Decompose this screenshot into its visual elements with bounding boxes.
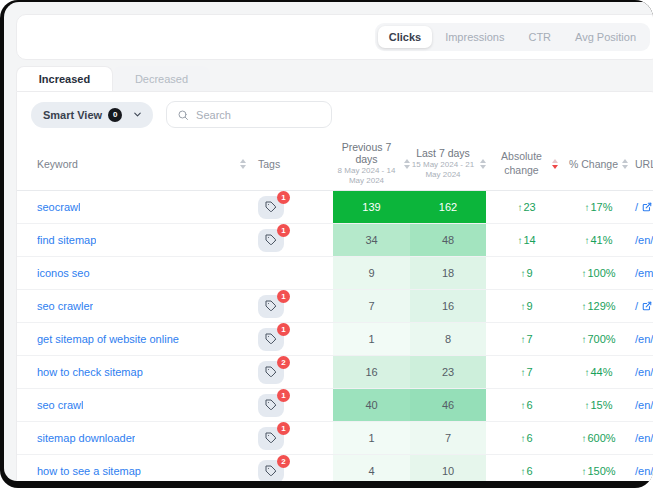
absolute-change-value: 23	[523, 201, 535, 213]
url-cell: /em	[630, 257, 653, 289]
absolute-change-value: 7	[526, 333, 532, 345]
change-tabs: Increased Decreased	[16, 66, 210, 91]
tag-chip[interactable]: 1	[258, 328, 284, 351]
tag-chip[interactable]: 1	[258, 295, 284, 318]
top-toolbar: ClicksImpressionsCTRAvg Position	[16, 14, 653, 60]
url-link[interactable]: /en/	[635, 234, 653, 246]
tags-cell: 2	[254, 356, 333, 388]
external-link-icon[interactable]	[642, 301, 652, 311]
keyword-link[interactable]: get sitemap of website online	[37, 333, 179, 345]
tag-count-badge: 1	[277, 422, 290, 435]
column-label: Tags	[258, 158, 280, 170]
absolute-change-value: 14	[523, 234, 535, 246]
table-row: sitemap downloader117↑6↑600%/en/	[17, 422, 653, 455]
tag-chip[interactable]: 1	[258, 427, 284, 450]
previous-7-days-cell: 16	[333, 356, 410, 388]
last-7-days-cell: 7	[410, 422, 486, 454]
absolute-change-cell: ↑6	[486, 455, 567, 481]
keyword-cell: iconos seo	[17, 257, 254, 289]
column-header-tags: Tags	[254, 137, 333, 190]
column-header-last-7-days[interactable]: Last 7 days 15 May 2024 - 21 May 2024	[410, 137, 486, 190]
metric-tab-impressions[interactable]: Impressions	[434, 26, 515, 48]
percent-change-cell: ↑41%	[567, 224, 630, 256]
keyword-link[interactable]: find sitemap	[37, 234, 96, 246]
column-label: URL	[635, 158, 653, 170]
tags-cell	[254, 257, 333, 289]
last-7-days-cell: 48	[410, 224, 486, 256]
tag-chip[interactable]: 1	[258, 196, 284, 219]
filter-row: Smart View 0	[17, 92, 653, 137]
tag-chip[interactable]: 1	[258, 229, 284, 252]
metric-tab-avg-position[interactable]: Avg Position	[564, 26, 647, 48]
tag-icon	[265, 432, 277, 444]
absolute-change-cell: ↑14	[486, 224, 567, 256]
metric-tab-ctr[interactable]: CTR	[517, 26, 562, 48]
column-header-url[interactable]: URL	[630, 137, 653, 190]
table-row: seocrawl1139162↑23↑17%/	[17, 191, 653, 224]
column-header-percent-change[interactable]: % Change	[567, 137, 630, 190]
up-arrow-icon: ↑	[581, 301, 586, 312]
up-arrow-icon: ↑	[584, 202, 589, 213]
absolute-change-value: 6	[526, 465, 532, 477]
keyword-link[interactable]: how to see a sitemap	[37, 465, 141, 477]
keyword-link[interactable]: how to check sitemap	[37, 366, 143, 378]
keyword-link[interactable]: seo crawler	[37, 300, 93, 312]
keyword-cell: seo crawler	[17, 290, 254, 322]
keyword-link[interactable]: iconos seo	[37, 267, 90, 279]
column-header-previous-7-days[interactable]: Previous 7 days 8 May 2024 - 14 May 2024	[333, 137, 410, 190]
tab-increased[interactable]: Increased	[16, 66, 113, 91]
percent-change-cell: ↑150%	[567, 455, 630, 481]
keyword-link[interactable]: seo crawl	[37, 399, 83, 411]
absolute-change-value: 7	[526, 366, 532, 378]
up-arrow-icon: ↑	[520, 466, 525, 477]
absolute-change-cell: ↑7	[486, 356, 567, 388]
keyword-link[interactable]: sitemap downloader	[37, 432, 135, 444]
url-cell: /	[630, 191, 653, 223]
url-link[interactable]: /en/	[635, 399, 653, 411]
tag-icon	[265, 234, 277, 246]
up-arrow-icon: ↑	[520, 400, 525, 411]
url-link[interactable]: /en/	[635, 333, 653, 345]
tags-cell: 1	[254, 290, 333, 322]
tag-chip[interactable]: 2	[258, 460, 284, 482]
tags-cell: 2	[254, 455, 333, 481]
keyword-link[interactable]: seocrawl	[37, 201, 80, 213]
tag-chip[interactable]: 1	[258, 394, 284, 417]
tags-cell: 1	[254, 224, 333, 256]
tag-count-badge: 1	[277, 224, 290, 237]
url-link[interactable]: /em	[635, 267, 653, 279]
column-header-keyword[interactable]: Keyword	[17, 137, 254, 190]
external-link-icon[interactable]	[642, 202, 652, 212]
up-arrow-icon: ↑	[584, 400, 589, 411]
app-screen: ClicksImpressionsCTRAvg Position Increas…	[4, 2, 653, 481]
percent-change-value: 600%	[587, 432, 615, 444]
up-arrow-icon: ↑	[520, 334, 525, 345]
tag-icon	[265, 399, 277, 411]
search-input[interactable]	[196, 109, 321, 121]
up-arrow-icon: ↑	[581, 433, 586, 444]
url-link[interactable]: /	[635, 201, 638, 213]
sort-icon-active-desc[interactable]	[552, 159, 558, 169]
url-link[interactable]: /en/	[635, 366, 653, 378]
tab-decreased[interactable]: Decreased	[113, 66, 210, 91]
tag-chip[interactable]: 2	[258, 361, 284, 384]
sort-icon[interactable]	[240, 159, 246, 169]
smart-view-dropdown[interactable]: Smart View 0	[31, 102, 153, 128]
chevron-down-icon	[132, 109, 143, 120]
absolute-change-value: 9	[526, 300, 532, 312]
previous-7-days-cell: 7	[333, 290, 410, 322]
url-link[interactable]: /	[635, 300, 638, 312]
url-cell: /en/	[630, 422, 653, 454]
metric-tab-clicks[interactable]: Clicks	[378, 26, 432, 48]
absolute-change-value: 6	[526, 399, 532, 411]
tag-count-badge: 1	[277, 290, 290, 303]
url-link[interactable]: /en/	[635, 465, 653, 477]
url-link[interactable]: /en/	[635, 432, 653, 444]
table-row: seo crawler1716↑9↑129%/	[17, 290, 653, 323]
sort-icon[interactable]	[622, 159, 628, 169]
metric-switcher: ClicksImpressionsCTRAvg Position	[375, 23, 650, 51]
tag-icon	[265, 201, 277, 213]
table-row: how to see a sitemap2410↑6↑150%/en/	[17, 455, 653, 481]
percent-change-value: 41%	[590, 234, 612, 246]
column-header-absolute-change[interactable]: Absolute change	[486, 137, 567, 190]
